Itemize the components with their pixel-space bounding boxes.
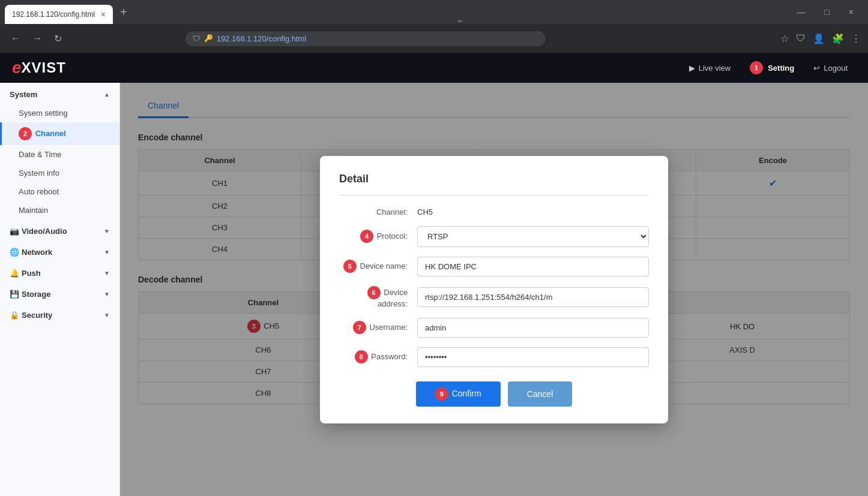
form-row-device-name: 5 Device name: — [339, 257, 649, 276]
minimize-button[interactable]: — — [787, 0, 815, 24]
form-row-channel: Channel: CH5 — [339, 208, 649, 217]
tab-close-button[interactable]: × — [101, 10, 106, 19]
system-label: System — [10, 90, 37, 99]
detail-dialog: Detail Channel: CH5 4 Protocol: RTSP — [320, 156, 668, 423]
logout-button[interactable]: ↩ Logout — [805, 60, 856, 76]
sidebar-item-channel[interactable]: 2 Channel — [0, 122, 119, 145]
app-header: e XVIST ▶ Live view 1 Setting ↩ Logout — [0, 53, 868, 83]
profile-icon[interactable]: 👤 — [813, 33, 825, 44]
storage-section: 💾 Storage ▼ — [0, 282, 119, 303]
tab-extras: ⌄ — [456, 14, 463, 24]
form-row-protocol: 4 Protocol: RTSP ONVIF HIKVISION DAHUA N… — [339, 226, 649, 247]
maximize-button[interactable]: □ — [815, 0, 839, 24]
badge8: 8 — [355, 350, 368, 363]
new-tab-button[interactable]: + — [115, 5, 132, 19]
sidebar-item-system-setting[interactable]: Sysem setting — [0, 104, 119, 122]
push-group-header[interactable]: 🔔 Push ▼ — [0, 261, 119, 282]
device-address-input[interactable] — [417, 287, 649, 307]
form-row-password: 8 Password: — [339, 347, 649, 367]
username-input[interactable] — [417, 318, 649, 338]
username-label: 7 Username: — [339, 321, 417, 334]
push-icon: 🔔 — [10, 269, 19, 278]
storage-chevron: ▼ — [104, 291, 110, 297]
live-view-button[interactable]: ▶ Live view — [681, 60, 739, 76]
sidebar-item-system-info[interactable]: System info — [0, 164, 119, 182]
device-name-input[interactable] — [417, 257, 649, 276]
window-controls: — □ × — [787, 0, 863, 24]
extensions-icon[interactable]: 🧩 — [832, 33, 844, 44]
network-chevron: ▼ — [104, 249, 110, 255]
network-icon: 🌐 — [10, 248, 19, 257]
badge4: 4 — [360, 230, 373, 243]
address-text: 192.168.1.120/config.html — [217, 34, 307, 43]
device-name-label: 5 Device name: — [339, 260, 417, 273]
active-tab[interactable]: 192.168.1.120/config.html × — [5, 5, 113, 24]
logo-e: e — [12, 58, 22, 77]
address-input-wrapper[interactable]: 🛡 🔑 192.168.1.120/config.html — [185, 31, 546, 46]
form-row-username: 7 Username: — [339, 318, 649, 338]
confirm-button[interactable]: 9 Confirm — [416, 381, 501, 407]
content-area: Channel Encode channel Channel Interface… — [120, 83, 868, 496]
back-button[interactable]: ← — [7, 31, 24, 46]
dialog-buttons: 9 Confirm Cancel — [339, 381, 649, 407]
video-audio-section: 📷 Video/Audio ▼ — [0, 220, 119, 241]
badge5: 5 — [343, 260, 357, 273]
storage-group-header[interactable]: 💾 Storage ▼ — [0, 282, 119, 303]
password-label: 8 Password: — [339, 350, 417, 363]
system-chevron: ▲ — [104, 91, 110, 98]
setting-badge: 1 — [750, 61, 763, 74]
channel-label: Channel: — [339, 208, 417, 217]
modal-overlay: Detail Channel: CH5 4 Protocol: RTSP — [120, 83, 868, 496]
network-label: Network — [22, 248, 104, 257]
password-input[interactable] — [417, 347, 649, 367]
setting-button[interactable]: 1 Setting — [741, 58, 803, 78]
reload-button[interactable]: ↻ — [50, 31, 65, 47]
security-chevron: ▼ — [104, 312, 110, 318]
sidebar-item-date-time[interactable]: Date & Time — [0, 145, 119, 164]
main-layout: System ▲ Sysem setting 2 Channel Date & … — [0, 83, 868, 496]
system-group-header[interactable]: System ▲ — [0, 83, 119, 104]
protocol-select[interactable]: RTSP ONVIF HIKVISION DAHUA NONE — [417, 226, 649, 247]
bookmark-icon[interactable]: ☆ — [780, 33, 789, 44]
network-group-header[interactable]: 🌐 Network ▼ — [0, 241, 119, 261]
header-nav: ▶ Live view 1 Setting ↩ Logout — [681, 58, 856, 78]
url-path: /config.html — [267, 34, 306, 43]
logo: e XVIST — [12, 58, 66, 77]
security-icon: 🔒 — [10, 311, 19, 320]
logo-xvist: XVIST — [22, 59, 66, 76]
close-button[interactable]: × — [839, 0, 863, 24]
dialog-title: Detail — [339, 173, 649, 196]
menu-icon[interactable]: ⋮ — [851, 33, 861, 44]
shield-icon: 🛡 — [193, 34, 200, 43]
device-address-label: 6 Device address: — [339, 286, 417, 308]
push-section: 🔔 Push ▼ — [0, 261, 119, 282]
tab-bar: 192.168.1.120/config.html × + ⌄ — □ × — [0, 0, 868, 24]
security-label: Security — [22, 311, 104, 320]
push-chevron: ▼ — [104, 270, 110, 276]
live-view-label: Live view — [699, 64, 731, 73]
shield2-icon: 🛡 — [796, 33, 806, 44]
logout-icon: ↩ — [813, 64, 820, 73]
logout-label: Logout — [824, 64, 848, 73]
sidebar: System ▲ Sysem setting 2 Channel Date & … — [0, 83, 120, 496]
system-section: System ▲ Sysem setting 2 Channel Date & … — [0, 83, 119, 220]
setting-label: Setting — [768, 64, 794, 73]
form-row-device-address: 6 Device address: — [339, 286, 649, 308]
sidebar-item-auto-reboot[interactable]: Auto reboot — [0, 182, 119, 201]
storage-icon: 💾 — [10, 290, 19, 299]
protocol-label: 4 Protocol: — [339, 230, 417, 243]
sidebar-item-maintain[interactable]: Maintain — [0, 201, 119, 220]
forward-button[interactable]: → — [29, 31, 46, 46]
push-label: Push — [22, 269, 104, 278]
app: e XVIST ▶ Live view 1 Setting ↩ Logout — [0, 53, 868, 496]
url-base: 192.168.1.120 — [217, 34, 267, 43]
network-section: 🌐 Network ▼ — [0, 241, 119, 261]
tab-title: 192.168.1.120/config.html — [12, 10, 96, 19]
security-group-header[interactable]: 🔒 Security ▼ — [0, 303, 119, 324]
cancel-button[interactable]: Cancel — [508, 381, 573, 407]
storage-label: Storage — [22, 290, 104, 299]
video-audio-group-header[interactable]: 📷 Video/Audio ▼ — [0, 220, 119, 241]
channel-value: CH5 — [417, 208, 433, 217]
lock-icon: 🔑 — [204, 34, 213, 43]
security-section: 🔒 Security ▼ — [0, 303, 119, 324]
